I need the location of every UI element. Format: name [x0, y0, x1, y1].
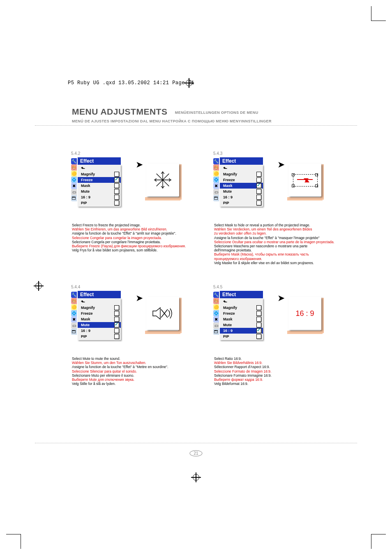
slug-line: P5 Ruby UG .qxd 13.05.2002 14:21 Page 21: [68, 80, 194, 86]
section-542: 5.4.2 🔧 🎨 🟡 💠 ✖ ▭ 🗔 Effect ⬑ Magnify: [71, 151, 215, 207]
arrow-right-icon: ➤: [136, 159, 143, 170]
crop-mark-icon: [371, 6, 386, 21]
menu-item-freeze: Freeze: [78, 311, 121, 316]
description-543: Select Mask to hide or reveal a portion …: [214, 223, 350, 265]
menu-item-pip: PIP: [220, 200, 263, 206]
effect-menu: 🔧🎨 🟡💠 ✖▭ 🗔 Effect ⬑ Magnify Freeze Mask …: [71, 291, 121, 340]
registration-mark-icon: [184, 78, 194, 88]
svg-marker-4: [153, 308, 160, 319]
description-542: Select Freeze to freeze the projected im…: [72, 223, 199, 252]
menu-item-mask: Mask: [220, 316, 263, 322]
menu-item-mask: Mask: [78, 316, 121, 322]
menu-title: Effect: [220, 157, 263, 165]
menu-item-mask: Mask: [220, 183, 263, 189]
subtitle-row1: MENÜEINSTELLUNGEN OPTIONS DE MENU: [175, 111, 258, 115]
menu-item-mute: Mute: [78, 322, 121, 328]
effect-menu: 🔧🎨 🟡💠 ✖▭ 🗔 Effect ⬑ Magnify Freeze Mask …: [213, 157, 263, 207]
divider: [35, 443, 357, 443]
description-545: Select Ratio 16:9.Wählen Sie Bildverhält…: [214, 357, 341, 386]
menu-item-magnify: Magnify: [78, 305, 121, 311]
effect-menu: 🔧 🎨 🟡 💠 ✖ ▭ 🗔 Effect ⬑ Magnify Freeze Ma…: [71, 157, 121, 207]
divider: [35, 125, 357, 126]
arrow-right-icon: ➤: [277, 293, 285, 304]
registration-mark-icon: [191, 472, 201, 482]
menu-item-ratio: 16 : 9: [78, 328, 121, 334]
menu-item-freeze: Freeze: [220, 177, 263, 183]
ratio-icon: 16 : 9: [288, 297, 321, 330]
back-icon: ⬑: [220, 166, 263, 171]
menu-title: Effect: [220, 291, 263, 298]
page: P5 Ruby UG .qxd 13.05.2002 14:21 Page 21…: [0, 0, 392, 555]
menu-item-magnify: Magnify: [220, 171, 263, 177]
menu-item-mute: Mute: [220, 189, 263, 194]
menu-title: Effect: [78, 157, 121, 165]
menu-item-ratio: 16 : 9: [220, 194, 263, 200]
menu-item-ratio: 16 : 9: [78, 194, 121, 200]
menu-item-freeze: Freeze: [220, 311, 263, 316]
effect-menu: 🔧🎨 🟡💠 ✖▭ 🗔 Effect ⬑ Magnify Freeze Mask …: [213, 291, 263, 340]
menu-tabs: 🔧 🎨 🟡 💠 ✖ ▭ 🗔: [71, 158, 78, 207]
strip: [145, 197, 180, 200]
back-icon: ⬑: [78, 299, 121, 305]
section-number: 5.4.4: [71, 285, 215, 289]
page-title: MENU ADJUSTMENTS: [72, 107, 167, 116]
crop-mark-icon: [371, 534, 386, 549]
strip: [287, 331, 323, 334]
arrow-right-icon: ➤: [277, 159, 285, 170]
section-544: 5.4.4 🔧🎨 🟡💠 ✖▭ 🗔 Effect ⬑ Magnify Freeze…: [71, 285, 215, 340]
menu-title: Effect: [78, 291, 121, 298]
crop-mark-icon: [6, 534, 21, 549]
menu-item-pip: PIP: [78, 334, 121, 339]
description-544: Select Mute to mute the sound.Wählen Sie…: [72, 357, 199, 386]
section-543: 5.4.3 🔧🎨 🟡💠 ✖▭ 🗔 Effect ⬑ Magnify Freeze…: [213, 151, 357, 207]
section-545: 5.4.5 🔧🎨 🟡💠 ✖▭ 🗔 Effect ⬑ Magnify Freeze…: [213, 285, 357, 340]
mask-icon: [288, 164, 321, 196]
ratio-text: 16 : 9: [295, 309, 314, 318]
menu-item-magnify: Magnify: [78, 171, 121, 177]
menu-item-pip: PIP: [220, 334, 263, 339]
menu-item-freeze: Freeze: [78, 177, 121, 183]
strip: [287, 197, 323, 200]
page-header: MENU ADJUSTMENTS MENÜEINSTELLUNGEN OPTIO…: [72, 107, 272, 123]
snowflake-icon: [146, 164, 179, 196]
page-number: 21: [189, 449, 202, 456]
section-number: 5.4.3: [213, 151, 357, 156]
menu-item-pip: PIP: [78, 200, 121, 206]
menu-item-mute: Mute: [220, 322, 263, 328]
menu-item-mute: Mute: [78, 189, 121, 194]
arrow-right-icon: ➤: [136, 293, 143, 304]
menu-item-magnify: Magnify: [220, 305, 263, 311]
mute-icon: [146, 297, 179, 330]
strip: [145, 331, 180, 334]
registration-mark-icon: [34, 281, 44, 291]
section-number: 5.4.5: [213, 285, 357, 289]
back-icon: ⬑: [220, 299, 263, 305]
section-number: 5.4.2: [71, 151, 215, 156]
back-icon: ⬑: [78, 166, 121, 171]
menu-item-ratio: 16 : 9: [220, 328, 263, 334]
subtitle-row2: MENÚ DE AJUSTES IMPOSTAZIONI DAL MENU НА…: [72, 119, 272, 123]
menu-item-mask: Mask: [78, 183, 121, 189]
